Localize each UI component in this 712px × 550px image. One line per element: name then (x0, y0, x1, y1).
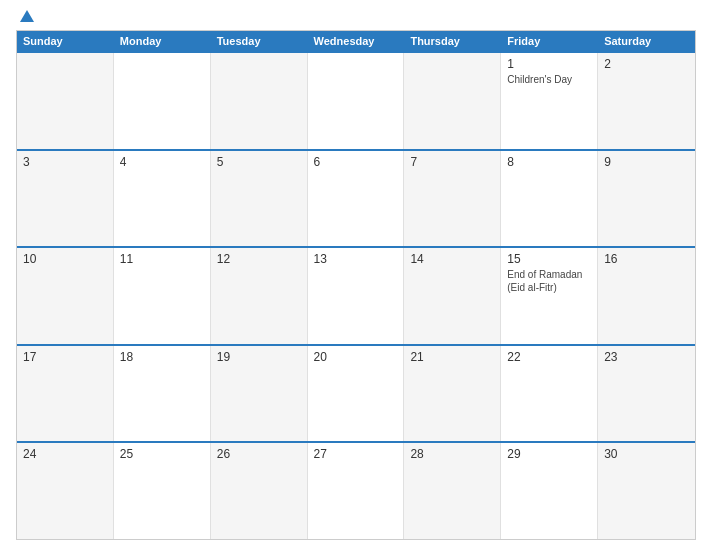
calendar-cell: 30 (598, 443, 695, 539)
calendar-week: 101112131415End of Ramadan (Eid al-Fitr)… (17, 246, 695, 344)
calendar-cell: 7 (404, 151, 501, 247)
day-number: 14 (410, 252, 494, 266)
calendar-cell: 25 (114, 443, 211, 539)
day-number: 27 (314, 447, 398, 461)
calendar-week: 17181920212223 (17, 344, 695, 442)
calendar-cell: 9 (598, 151, 695, 247)
day-number: 21 (410, 350, 494, 364)
logo (16, 10, 34, 22)
day-number: 7 (410, 155, 494, 169)
calendar-cell (114, 53, 211, 149)
day-number: 28 (410, 447, 494, 461)
calendar-cell: 8 (501, 151, 598, 247)
calendar-cell: 3 (17, 151, 114, 247)
calendar-week: 24252627282930 (17, 441, 695, 539)
calendar-cell: 19 (211, 346, 308, 442)
day-of-week-header: Sunday (17, 31, 114, 51)
day-number: 19 (217, 350, 301, 364)
day-number: 16 (604, 252, 689, 266)
calendar-week: 1Children's Day2 (17, 51, 695, 149)
day-number: 2 (604, 57, 689, 71)
day-number: 1 (507, 57, 591, 71)
calendar-cell: 13 (308, 248, 405, 344)
calendar-cell: 22 (501, 346, 598, 442)
calendar-cell (17, 53, 114, 149)
day-number: 13 (314, 252, 398, 266)
day-number: 29 (507, 447, 591, 461)
calendar-cell: 11 (114, 248, 211, 344)
holiday-label: Children's Day (507, 73, 591, 86)
calendar-cell: 23 (598, 346, 695, 442)
day-number: 8 (507, 155, 591, 169)
calendar-cell: 20 (308, 346, 405, 442)
logo-triangle-icon (20, 10, 34, 22)
day-of-week-header: Thursday (404, 31, 501, 51)
calendar-cell: 4 (114, 151, 211, 247)
calendar-cell: 6 (308, 151, 405, 247)
header (16, 10, 696, 22)
calendar-cell: 27 (308, 443, 405, 539)
calendar-cell: 1Children's Day (501, 53, 598, 149)
page: SundayMondayTuesdayWednesdayThursdayFrid… (0, 0, 712, 550)
day-number: 10 (23, 252, 107, 266)
calendar-cell: 10 (17, 248, 114, 344)
day-number: 6 (314, 155, 398, 169)
day-number: 18 (120, 350, 204, 364)
day-of-week-header: Wednesday (308, 31, 405, 51)
calendar-header: SundayMondayTuesdayWednesdayThursdayFrid… (17, 31, 695, 51)
calendar-week: 3456789 (17, 149, 695, 247)
day-number: 25 (120, 447, 204, 461)
day-number: 17 (23, 350, 107, 364)
day-number: 26 (217, 447, 301, 461)
day-of-week-header: Tuesday (211, 31, 308, 51)
day-number: 15 (507, 252, 591, 266)
calendar-cell (308, 53, 405, 149)
calendar-cell: 14 (404, 248, 501, 344)
calendar: SundayMondayTuesdayWednesdayThursdayFrid… (16, 30, 696, 540)
calendar-cell: 17 (17, 346, 114, 442)
calendar-cell: 12 (211, 248, 308, 344)
calendar-cell: 21 (404, 346, 501, 442)
day-of-week-header: Friday (501, 31, 598, 51)
holiday-label: End of Ramadan (Eid al-Fitr) (507, 268, 591, 294)
day-of-week-header: Monday (114, 31, 211, 51)
logo-blue-row (16, 10, 34, 22)
day-number: 12 (217, 252, 301, 266)
day-number: 30 (604, 447, 689, 461)
calendar-cell (211, 53, 308, 149)
day-number: 23 (604, 350, 689, 364)
day-number: 5 (217, 155, 301, 169)
day-number: 9 (604, 155, 689, 169)
calendar-cell: 29 (501, 443, 598, 539)
calendar-cell: 2 (598, 53, 695, 149)
calendar-cell: 28 (404, 443, 501, 539)
calendar-cell (404, 53, 501, 149)
calendar-cell: 24 (17, 443, 114, 539)
calendar-cell: 26 (211, 443, 308, 539)
day-number: 22 (507, 350, 591, 364)
calendar-cell: 5 (211, 151, 308, 247)
day-number: 3 (23, 155, 107, 169)
calendar-cell: 15End of Ramadan (Eid al-Fitr) (501, 248, 598, 344)
calendar-cell: 16 (598, 248, 695, 344)
day-of-week-header: Saturday (598, 31, 695, 51)
day-number: 24 (23, 447, 107, 461)
day-number: 11 (120, 252, 204, 266)
day-number: 4 (120, 155, 204, 169)
calendar-cell: 18 (114, 346, 211, 442)
day-number: 20 (314, 350, 398, 364)
calendar-body: 1Children's Day23456789101112131415End o… (17, 51, 695, 539)
